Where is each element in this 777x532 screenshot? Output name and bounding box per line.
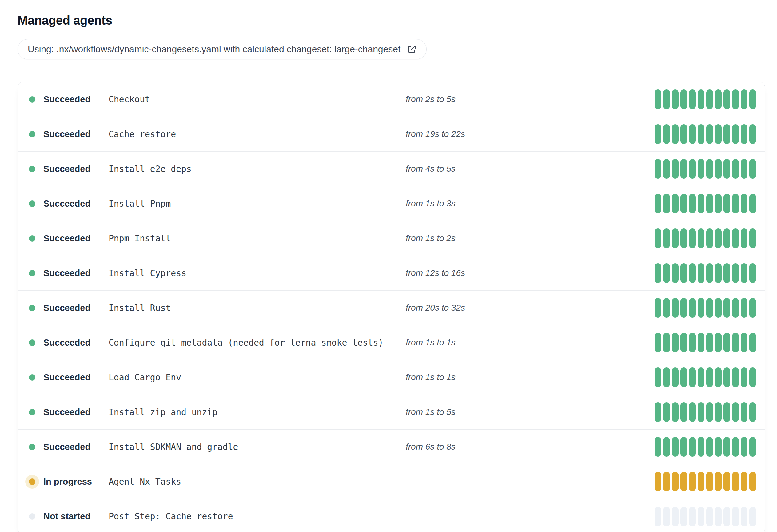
agent-row-succeeded[interactable]: Succeeded Install zip and unzip from 1s … [18,395,765,430]
progress-segment [663,333,670,353]
progress-segment [663,507,670,526]
progress-segment [732,159,739,179]
progress-segment [680,402,687,422]
status-label: Succeeded [43,338,109,348]
progress-segment [741,159,748,179]
step-timing: from 1s to 1s [406,372,655,382]
progress-segment [689,124,696,144]
agents-card: Succeeded Checkout from 2s to 5s Succeed… [17,82,765,532]
progress-segment [732,402,739,422]
agent-row-succeeded[interactable]: Succeeded Cache restore from 19s to 22s [18,117,765,152]
agent-row-succeeded[interactable]: Succeeded Configure git metadata (needed… [18,325,765,360]
status-dot-succeeded [29,131,35,137]
agent-row-not-started[interactable]: Not started Post Step: Cache restore [18,499,765,532]
progress-segment [749,263,756,283]
agent-row-in-progress[interactable]: In progress Agent Nx Tasks [18,464,765,499]
progress-segment [715,194,722,214]
progress-segment [741,124,748,144]
progress-segment [715,333,722,353]
progress-segment [663,159,670,179]
external-link-icon[interactable] [407,44,417,54]
progress-segment [689,437,696,457]
progress-segment [672,368,679,387]
progress-segment [741,402,748,422]
status-label: Succeeded [43,95,109,105]
progress-segment [749,472,756,492]
agent-row-succeeded[interactable]: Succeeded Pnpm Install from 1s to 2s [18,221,765,256]
progress-segment [706,298,713,318]
progress-segment [672,437,679,457]
progress-segment [741,507,748,526]
progress-segment [655,368,661,387]
progress-segment [680,263,687,283]
managed-agents-page: Managed agents Using: .nx/workflows/dyna… [0,13,777,532]
step-name: Agent Nx Tasks [109,477,406,487]
workflow-banner[interactable]: Using: .nx/workflows/dynamic-changesets.… [17,39,427,59]
progress-segment [655,507,661,526]
progress-segment [706,263,713,283]
progress-segment [680,437,687,457]
agent-row-succeeded[interactable]: Succeeded Load Cargo Env from 1s to 1s [18,360,765,395]
progress-segment [706,368,713,387]
status-dot-in-progress [29,479,35,485]
progress-segment [680,298,687,318]
progress-segment [741,194,748,214]
agent-row-succeeded[interactable]: Succeeded Install Rust from 20s to 32s [18,291,765,325]
progress-segment [741,90,748,109]
step-name: Install Rust [109,303,406,313]
progress-segment [655,402,661,422]
progress-segment [689,194,696,214]
progress-segment [698,507,704,526]
progress-segment [724,507,730,526]
progress-bar [655,402,756,422]
progress-segment [741,333,748,353]
agent-row-succeeded[interactable]: Succeeded Install Cypress from 12s to 16… [18,256,765,291]
progress-bar [655,229,756,248]
progress-segment [706,507,713,526]
status-dot-succeeded [29,166,35,172]
progress-segment [689,90,696,109]
progress-bar [655,298,756,318]
progress-segment [672,263,679,283]
progress-segment [680,507,687,526]
progress-bar [655,333,756,353]
step-timing: from 12s to 16s [406,268,655,278]
agent-row-succeeded[interactable]: Succeeded Checkout from 2s to 5s [18,82,765,117]
progress-segment [741,437,748,457]
step-name: Install e2e deps [109,164,406,174]
status-label: Succeeded [43,442,109,452]
progress-segment [689,333,696,353]
status-dot-not-started [29,513,35,520]
progress-segment [706,333,713,353]
progress-segment [689,507,696,526]
progress-segment [715,437,722,457]
step-timing: from 1s to 2s [406,233,655,243]
progress-segment [715,402,722,422]
progress-segment [672,194,679,214]
progress-segment [749,159,756,179]
progress-segment [689,159,696,179]
progress-segment [715,368,722,387]
progress-segment [724,124,730,144]
progress-segment [724,368,730,387]
progress-segment [706,472,713,492]
status-label: Succeeded [43,198,109,209]
workflow-banner-text: Using: .nx/workflows/dynamic-changesets.… [28,44,401,54]
progress-segment [715,507,722,526]
step-timing: from 1s to 5s [406,407,655,417]
progress-segment [698,229,704,248]
progress-segment [715,124,722,144]
status-label: Succeeded [43,372,109,383]
step-name: Post Step: Cache restore [109,511,406,522]
progress-segment [655,472,661,492]
progress-segment [698,90,704,109]
agent-row-succeeded[interactable]: Succeeded Install e2e deps from 4s to 5s [18,152,765,186]
progress-segment [715,90,722,109]
agent-row-succeeded[interactable]: Succeeded Install Pnpm from 1s to 3s [18,186,765,221]
progress-segment [655,298,661,318]
progress-segment [706,229,713,248]
progress-segment [724,298,730,318]
agent-row-succeeded[interactable]: Succeeded Install SDKMAN and gradle from… [18,430,765,464]
progress-segment [698,159,704,179]
progress-segment [689,368,696,387]
